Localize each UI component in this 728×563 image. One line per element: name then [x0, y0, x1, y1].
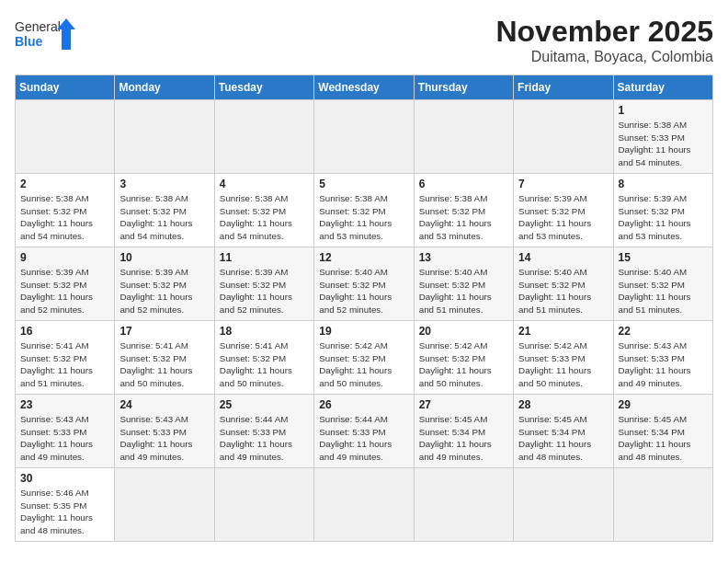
calendar-week-1: 1Sunrise: 5:38 AMSunset: 5:33 PMDaylight… [16, 100, 713, 174]
calendar-cell [414, 468, 513, 542]
day-number: 6 [419, 178, 508, 190]
day-number: 13 [419, 251, 508, 264]
day-header-sunday: Sunday [16, 75, 115, 100]
calendar-cell: 23Sunrise: 5:43 AMSunset: 5:33 PMDayligh… [16, 395, 115, 468]
day-info: Sunrise: 5:38 AMSunset: 5:32 PMDaylight:… [20, 192, 109, 243]
calendar-cell: 18Sunrise: 5:41 AMSunset: 5:32 PMDayligh… [214, 321, 313, 395]
day-number: 30 [20, 472, 109, 485]
calendar-cell: 2Sunrise: 5:38 AMSunset: 5:32 PMDaylight… [16, 174, 115, 247]
calendar-cell: 6Sunrise: 5:38 AMSunset: 5:32 PMDaylight… [414, 174, 513, 247]
day-number: 27 [419, 398, 508, 411]
calendar-week-5: 23Sunrise: 5:43 AMSunset: 5:33 PMDayligh… [16, 395, 713, 468]
day-number: 26 [319, 398, 408, 411]
calendar-cell [16, 100, 115, 174]
day-number: 15 [619, 251, 708, 264]
day-info: Sunrise: 5:39 AMSunset: 5:32 PMDaylight:… [619, 192, 708, 243]
calendar-cell: 30Sunrise: 5:46 AMSunset: 5:35 PMDayligh… [16, 468, 115, 542]
day-info: Sunrise: 5:38 AMSunset: 5:33 PMDaylight:… [619, 119, 708, 169]
day-number: 4 [220, 178, 309, 190]
calendar-cell [214, 468, 313, 542]
day-number: 5 [319, 178, 408, 190]
day-info: Sunrise: 5:39 AMSunset: 5:32 PMDaylight:… [518, 192, 608, 243]
day-number: 20 [419, 325, 508, 338]
day-number: 23 [20, 398, 109, 411]
day-number: 17 [119, 325, 209, 338]
location-title: Duitama, Boyaca, Colombia [495, 49, 713, 65]
calendar-cell: 8Sunrise: 5:39 AMSunset: 5:32 PMDaylight… [613, 174, 712, 247]
title-area: November 2025 Duitama, Boyaca, Colombia [495, 15, 713, 65]
calendar-cell: 7Sunrise: 5:39 AMSunset: 5:32 PMDaylight… [514, 174, 613, 247]
day-number: 2 [20, 178, 109, 190]
day-info: Sunrise: 5:44 AMSunset: 5:33 PMDaylight:… [220, 413, 309, 464]
day-number: 7 [518, 178, 608, 190]
calendar-cell: 27Sunrise: 5:45 AMSunset: 5:34 PMDayligh… [414, 395, 513, 468]
calendar-week-6: 30Sunrise: 5:46 AMSunset: 5:35 PMDayligh… [16, 468, 713, 542]
calendar-cell [613, 468, 712, 542]
calendar-week-3: 9Sunrise: 5:39 AMSunset: 5:32 PMDaylight… [16, 247, 713, 321]
calendar-cell [314, 100, 414, 174]
day-number: 24 [119, 398, 209, 411]
day-number: 25 [220, 398, 309, 411]
day-info: Sunrise: 5:43 AMSunset: 5:33 PMDaylight:… [619, 339, 708, 390]
day-header-friday: Friday [514, 75, 613, 100]
day-info: Sunrise: 5:41 AMSunset: 5:32 PMDaylight:… [220, 339, 309, 390]
calendar-cell [414, 100, 513, 174]
day-info: Sunrise: 5:38 AMSunset: 5:32 PMDaylight:… [119, 192, 209, 243]
calendar-cell: 24Sunrise: 5:43 AMSunset: 5:33 PMDayligh… [115, 395, 214, 468]
day-info: Sunrise: 5:42 AMSunset: 5:33 PMDaylight:… [518, 339, 608, 390]
calendar-header-row: SundayMondayTuesdayWednesdayThursdayFrid… [16, 75, 713, 100]
day-info: Sunrise: 5:40 AMSunset: 5:32 PMDaylight:… [619, 266, 708, 316]
day-info: Sunrise: 5:42 AMSunset: 5:32 PMDaylight:… [419, 339, 508, 390]
day-info: Sunrise: 5:40 AMSunset: 5:32 PMDaylight:… [419, 266, 508, 316]
day-info: Sunrise: 5:38 AMSunset: 5:32 PMDaylight:… [220, 192, 309, 243]
day-number: 1 [619, 104, 708, 117]
day-number: 10 [119, 251, 209, 264]
day-header-saturday: Saturday [613, 75, 712, 100]
calendar-cell [115, 468, 214, 542]
calendar-cell [314, 468, 414, 542]
calendar-cell: 29Sunrise: 5:45 AMSunset: 5:34 PMDayligh… [613, 395, 712, 468]
calendar-cell [514, 100, 613, 174]
calendar-cell: 14Sunrise: 5:40 AMSunset: 5:32 PMDayligh… [514, 247, 613, 321]
calendar-cell [214, 100, 313, 174]
day-info: Sunrise: 5:46 AMSunset: 5:35 PMDaylight:… [20, 487, 109, 537]
logo: General Blue [15, 15, 79, 55]
calendar-cell: 13Sunrise: 5:40 AMSunset: 5:32 PMDayligh… [414, 247, 513, 321]
month-title: November 2025 [495, 15, 713, 49]
calendar-cell: 5Sunrise: 5:38 AMSunset: 5:32 PMDaylight… [314, 174, 414, 247]
day-info: Sunrise: 5:43 AMSunset: 5:33 PMDaylight:… [20, 413, 109, 464]
calendar-cell: 15Sunrise: 5:40 AMSunset: 5:32 PMDayligh… [613, 247, 712, 321]
calendar-cell: 25Sunrise: 5:44 AMSunset: 5:33 PMDayligh… [214, 395, 313, 468]
calendar-cell [115, 100, 214, 174]
day-info: Sunrise: 5:45 AMSunset: 5:34 PMDaylight:… [419, 413, 508, 464]
day-number: 3 [119, 178, 209, 190]
calendar-week-2: 2Sunrise: 5:38 AMSunset: 5:32 PMDaylight… [16, 174, 713, 247]
calendar-cell: 11Sunrise: 5:39 AMSunset: 5:32 PMDayligh… [214, 247, 313, 321]
day-info: Sunrise: 5:40 AMSunset: 5:32 PMDaylight:… [319, 266, 408, 316]
day-info: Sunrise: 5:38 AMSunset: 5:32 PMDaylight:… [419, 192, 508, 243]
day-info: Sunrise: 5:41 AMSunset: 5:32 PMDaylight:… [20, 339, 109, 390]
calendar-cell: 20Sunrise: 5:42 AMSunset: 5:32 PMDayligh… [414, 321, 513, 395]
day-header-thursday: Thursday [414, 75, 513, 100]
calendar-cell: 10Sunrise: 5:39 AMSunset: 5:32 PMDayligh… [115, 247, 214, 321]
logo-svg: General Blue [15, 15, 79, 55]
day-info: Sunrise: 5:39 AMSunset: 5:32 PMDaylight:… [20, 266, 109, 316]
day-info: Sunrise: 5:41 AMSunset: 5:32 PMDaylight:… [119, 339, 209, 390]
day-info: Sunrise: 5:44 AMSunset: 5:33 PMDaylight:… [319, 413, 408, 464]
svg-text:Blue: Blue [15, 34, 43, 49]
calendar-cell: 21Sunrise: 5:42 AMSunset: 5:33 PMDayligh… [514, 321, 613, 395]
calendar-cell: 9Sunrise: 5:39 AMSunset: 5:32 PMDaylight… [16, 247, 115, 321]
calendar-cell: 12Sunrise: 5:40 AMSunset: 5:32 PMDayligh… [314, 247, 414, 321]
day-number: 22 [619, 325, 708, 338]
page-header: General Blue November 2025 Duitama, Boya… [15, 15, 713, 65]
day-header-tuesday: Tuesday [214, 75, 313, 100]
calendar-cell: 16Sunrise: 5:41 AMSunset: 5:32 PMDayligh… [16, 321, 115, 395]
day-info: Sunrise: 5:42 AMSunset: 5:32 PMDaylight:… [319, 339, 408, 390]
day-header-wednesday: Wednesday [314, 75, 414, 100]
calendar-cell: 3Sunrise: 5:38 AMSunset: 5:32 PMDaylight… [115, 174, 214, 247]
day-number: 9 [20, 251, 109, 264]
day-number: 14 [518, 251, 608, 264]
day-number: 8 [619, 178, 708, 190]
day-info: Sunrise: 5:38 AMSunset: 5:32 PMDaylight:… [319, 192, 408, 243]
day-number: 16 [20, 325, 109, 338]
